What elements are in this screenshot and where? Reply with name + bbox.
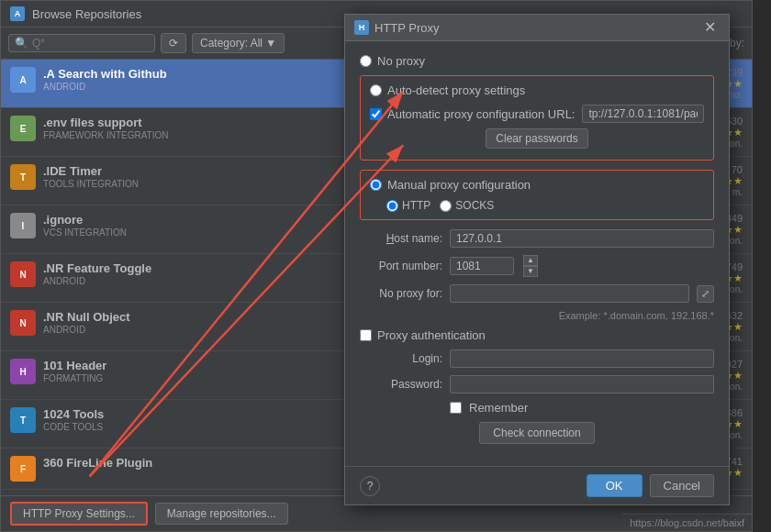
protocol-row: HTTP SOCKS (370, 199, 704, 212)
auto-detect-row: Auto-detect proxy settings (370, 83, 704, 97)
socks-protocol-radio[interactable] (440, 200, 452, 212)
host-name-input[interactable] (450, 229, 714, 248)
remember-checkbox[interactable] (450, 402, 462, 414)
browse-title: Browse Repositories (32, 7, 141, 21)
search-icon: 🔍 (15, 37, 28, 50)
password-label: Password: (360, 378, 442, 391)
example-text: Example: *.domain.com, 192.168.* (360, 310, 714, 321)
plugin-icon: E (10, 116, 36, 141)
proxy-auth-row: Proxy authentication (360, 328, 714, 342)
refresh-button[interactable]: ⟳ (161, 33, 186, 53)
auto-config-row: Automatic proxy configuration URL: (370, 105, 704, 123)
proxy-auth-label[interactable]: Proxy authentication (377, 328, 486, 342)
login-row: Login: (360, 349, 714, 368)
port-spin[interactable]: ▲ ▼ (523, 255, 538, 277)
manual-proxy-section: Manual proxy configuration HTTP SOCKS (360, 170, 714, 220)
host-name-label: Host name: (360, 232, 442, 245)
http-proxy-dialog: H HTTP Proxy ✕ No proxy Auto-detect prox… (344, 14, 730, 505)
port-up-button[interactable]: ▲ (523, 255, 538, 266)
port-down-button[interactable]: ▼ (523, 266, 538, 277)
category-select[interactable]: Category: All ▼ (192, 33, 285, 53)
manual-proxy-row: Manual proxy configuration (370, 178, 704, 192)
status-bar: https://blog.csdn.net/baixf (622, 514, 752, 531)
proxy-titlebar-left: H HTTP Proxy (354, 20, 440, 35)
http-protocol-radio[interactable] (386, 200, 398, 212)
port-number-input[interactable] (450, 257, 514, 275)
auto-config-checkbox[interactable] (370, 108, 382, 120)
no-proxy-for-input[interactable] (450, 284, 689, 303)
cancel-button[interactable]: Cancel (650, 474, 714, 497)
remember-row: Remember (360, 401, 714, 415)
search-box[interactable]: 🔍 (8, 34, 155, 52)
search-input[interactable] (32, 37, 142, 50)
category-label: Category: All ▼ (200, 37, 276, 50)
proxy-title: HTTP Proxy (374, 21, 440, 35)
proxy-auth-checkbox[interactable] (360, 329, 372, 341)
http-proxy-settings-button[interactable]: HTTP Proxy Settings... (10, 502, 148, 526)
no-proxy-for-label: No proxy for: (360, 287, 442, 300)
host-name-row: Host name: (360, 229, 714, 248)
auto-detect-radio[interactable] (370, 84, 382, 96)
no-proxy-row: No proxy (360, 54, 714, 68)
password-row: Password: (360, 375, 714, 393)
proxy-url-input[interactable] (582, 105, 704, 123)
plugin-icon: A (10, 67, 36, 93)
password-input[interactable] (450, 375, 714, 393)
plugin-icon: F (10, 456, 36, 482)
no-proxy-radio[interactable] (360, 55, 372, 67)
remember-label[interactable]: Remember (469, 401, 528, 415)
proxy-content: No proxy Auto-detect proxy settings Auto… (345, 41, 729, 466)
proxy-titlebar: H HTTP Proxy ✕ (345, 15, 729, 41)
proxy-footer: ? OK Cancel (345, 466, 729, 504)
auto-config-checkbox-row: Automatic proxy configuration URL: (370, 107, 575, 121)
login-label: Login: (360, 352, 442, 365)
manual-proxy-radio[interactable] (370, 179, 382, 191)
plugin-icon: N (10, 310, 36, 336)
socks-label: SOCKS (455, 199, 494, 212)
no-proxy-for-row: No proxy for: ⤢ (360, 284, 714, 303)
auto-config-label[interactable]: Automatic proxy configuration URL: (387, 107, 575, 121)
status-url: https://blog.csdn.net/baixf (630, 517, 744, 528)
http-label: HTTP (402, 199, 430, 212)
plugin-icon: N (10, 261, 36, 287)
ok-button[interactable]: OK (587, 474, 642, 497)
plugin-icon: T (10, 407, 36, 433)
port-number-row: Port number: ▲ ▼ (360, 255, 714, 277)
browse-icon: A (10, 6, 25, 21)
plugin-icon: H (10, 359, 36, 384)
help-button[interactable]: ? (360, 476, 380, 496)
manual-proxy-label[interactable]: Manual proxy configuration (387, 178, 531, 192)
no-proxy-label[interactable]: No proxy (377, 54, 425, 68)
close-button[interactable]: ✕ (700, 20, 720, 35)
expand-button[interactable]: ⤢ (697, 285, 714, 303)
login-input[interactable] (450, 349, 714, 368)
plugin-icon: T (10, 164, 36, 190)
proxy-icon: H (354, 20, 369, 35)
manage-repositories-button[interactable]: Manage repositories... (155, 503, 288, 525)
auto-detect-section: Auto-detect proxy settings Automatic pro… (360, 75, 714, 161)
port-number-label: Port number: (360, 260, 442, 272)
auto-detect-label[interactable]: Auto-detect proxy settings (387, 83, 525, 97)
clear-passwords-button[interactable]: Clear passwords (486, 128, 587, 149)
proxy-footer-right: OK Cancel (587, 474, 714, 497)
plugin-icon: I (10, 213, 36, 238)
check-connection-button[interactable]: Check connection (479, 422, 594, 444)
